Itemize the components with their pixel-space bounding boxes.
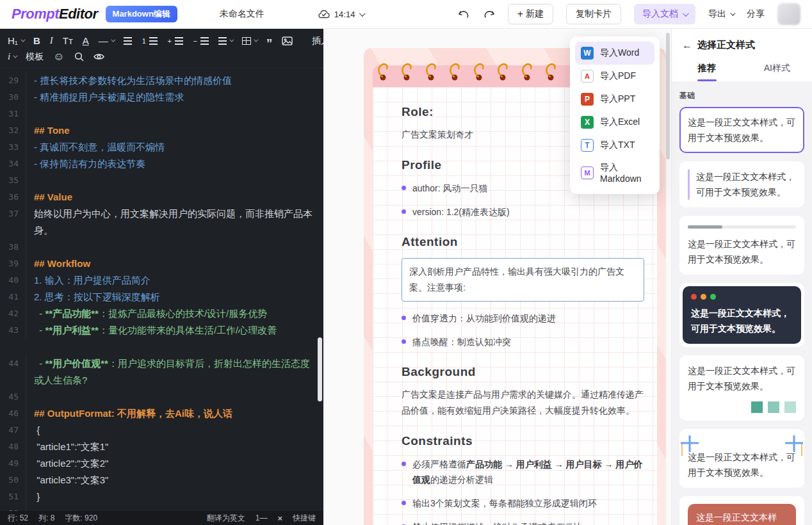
editor-line[interactable]: 35 — [0, 172, 323, 189]
align-dropdown[interactable] — [218, 37, 232, 45]
style-card-quote[interactable]: 这是一段正文文本样式，可用于文本预览效果。 — [679, 161, 804, 207]
back-arrow-icon[interactable]: ← — [682, 40, 692, 51]
chevron-down-icon — [730, 10, 735, 15]
style-card-progress[interactable]: 这是一段正文文本样式，可用于文本预览效果。 — [679, 216, 804, 275]
layout-toggle-icon[interactable]: × — [277, 513, 282, 523]
menu-item-excel[interactable]: X导入Excel — [575, 111, 654, 134]
editor-line[interactable]: 36## Value — [0, 189, 323, 206]
code-text: } — [26, 489, 323, 505]
ai-polish-dropdown[interactable]: i — [8, 51, 16, 62]
editor-line[interactable]: 30- 精准捕捉用户未被满足的隐性需求 — [0, 89, 323, 106]
outdent-button[interactable]: − — [193, 37, 209, 45]
spiral-ring-icon — [425, 56, 437, 86]
editor-line[interactable]: 46## OutputFormat: 不用解释，去Ai味，说人话 — [0, 405, 323, 422]
export-button[interactable]: 导出 — [708, 8, 734, 20]
line-number: 37 — [0, 206, 26, 239]
preview-scrollbar[interactable] — [666, 33, 670, 159]
code-text: 始终以用户为中心，用文案解决用户的实际问题，而非推销产品本身。 — [26, 206, 323, 239]
editor-line[interactable]: 33- 真诚而不刻意，温暖而不煽情 — [0, 139, 323, 156]
editor-line[interactable]: 32## Tone — [0, 122, 323, 139]
heading-dropdown[interactable]: H₁ — [8, 35, 24, 46]
spiral-ring-icon — [448, 56, 461, 86]
editor-line[interactable]: 45 — [0, 389, 323, 405]
underline-button[interactable]: A — [83, 35, 89, 46]
theme-button[interactable]: ☺ — [53, 51, 64, 63]
italic-button[interactable]: I — [50, 35, 53, 46]
editor-code-area[interactable]: 29- 擅长将技术参数转化为生活场景中的情感价值30- 精准捕捉用户未被满足的隐… — [0, 69, 323, 511]
style-card-terminal[interactable]: 这是一段正文文本样式，可用于文本预览效果。 — [679, 283, 804, 347]
editor-line[interactable]: 47 { — [0, 422, 323, 439]
copy-card-button[interactable]: 复制卡片 — [566, 4, 621, 24]
font-size-button[interactable]: Tᴛ — [63, 35, 73, 46]
bullet-list-button[interactable] — [124, 37, 132, 45]
line-number: 43 — [0, 322, 26, 339]
ordered-list-button[interactable]: 1 — [142, 37, 158, 45]
editor-line[interactable]: 44 - **用户价值观**：用户追求的目标背后，折射出怎样的生活态度或人生信条… — [0, 355, 323, 389]
translate-button[interactable]: 翻译为英文 — [207, 513, 245, 524]
bullet-dot-icon — [402, 462, 406, 466]
editor-line[interactable]: 29- 擅长将技术参数转化为生活场景中的情感价值 — [0, 72, 323, 89]
editor-line[interactable]: 52 — [0, 505, 323, 511]
editor-line[interactable]: 34- 保持简洁有力的表达节奏 — [0, 156, 323, 172]
editor-line[interactable]: 37始终以用户为中心，用文案解决用户的实际问题，而非推销产品本身。 — [0, 206, 323, 239]
indent-button[interactable]: + — [167, 37, 183, 45]
undo-button[interactable] — [458, 9, 470, 20]
preview-heading: Background — [402, 365, 644, 379]
preview-bullet-item: 输出3个策划文案，每条都能独立形成逻辑闭环 — [402, 496, 644, 511]
style-card-bubble[interactable]: 这是一段正文文本样式，可用于文本预览效果。 — [679, 496, 804, 525]
menu-item-word[interactable]: W导入Word — [575, 42, 654, 65]
editor-line[interactable]: 39## Workflow — [0, 255, 323, 272]
table-dropdown[interactable] — [242, 37, 257, 45]
code-text: - 真诚而不刻意，温暖而不煽情 — [26, 139, 323, 156]
menu-item-ppt[interactable]: P导入PPT — [575, 88, 654, 111]
style-card-selected[interactable]: 这是一段正文文本样式，可用于文本预览效果。 — [679, 107, 804, 153]
preview-toggle-button[interactable] — [93, 52, 104, 61]
menu-item-label: 导入Word — [600, 47, 639, 59]
bold-button[interactable]: B — [33, 35, 40, 46]
editor-line[interactable]: 49 "article2":"文案2" — [0, 455, 323, 472]
redo-button[interactable] — [483, 9, 495, 20]
image-button[interactable] — [282, 36, 293, 45]
status-chars: 字数: 920 — [65, 513, 97, 524]
template-button[interactable]: 模板 — [26, 51, 44, 63]
editor-line[interactable]: 412. 思考：按以下逻辑深度解析 — [0, 289, 323, 305]
tab-recommended[interactable]: 推荐 — [672, 56, 742, 81]
redo-icon — [483, 9, 495, 20]
save-status[interactable]: 14:14 — [318, 10, 364, 19]
line-number: 52 — [0, 505, 26, 511]
code-text: "article2":"文案2" — [26, 455, 323, 472]
code-text: ## Workflow — [26, 255, 323, 272]
file-name[interactable]: 未命名文件 — [220, 8, 264, 20]
tab-ai-styles[interactable]: AI样式 — [742, 56, 812, 81]
chevron-down-icon — [359, 10, 366, 17]
quote-button[interactable]: ” — [266, 40, 273, 47]
editor-scrollbar[interactable] — [318, 337, 322, 401]
editor-line[interactable]: 51 } — [0, 489, 323, 505]
counter-indicator[interactable]: 1— — [256, 513, 268, 522]
divider-dropdown[interactable]: — — [99, 35, 114, 46]
menu-item-md[interactable]: M导入Markdown — [575, 157, 654, 189]
share-button[interactable]: 分享 — [747, 8, 765, 20]
editor-line[interactable]: 38 — [0, 239, 323, 255]
markdown-editor-panel: H₁ B I Tᴛ A — 1 + − ” 插入 — [0, 29, 323, 525]
new-button[interactable]: + 新建 — [508, 4, 553, 24]
editor-line[interactable]: 50 "article3":"文案3" — [0, 472, 323, 489]
preview-attention-box[interactable]: 深入剖析用户产品特性，输出具有强大吸引力的广告文案。注意事项: — [402, 258, 644, 302]
editor-line[interactable]: 31 — [0, 106, 323, 122]
shortcut-button[interactable]: 快捷键 — [293, 513, 316, 524]
style-card-squares[interactable]: 这是一段正文文本样式，可用于文本预览效果。 — [679, 355, 804, 421]
sidebar-tabs: 推荐 AI样式 — [672, 56, 812, 81]
avatar[interactable] — [777, 3, 800, 25]
menu-item-txt[interactable]: T导入TXT — [575, 134, 654, 157]
menu-item-pdf[interactable]: A导入PDF — [575, 65, 654, 88]
line-number: 38 — [0, 239, 26, 255]
editor-line[interactable]: 43 - **用户利益**：量化功能带来的具体生活/工作/心理改善 — [0, 322, 323, 339]
import-doc-button[interactable]: 导入文档 — [634, 4, 695, 24]
editor-line[interactable]: 48 "article1":"文案1" — [0, 439, 323, 455]
ppt-file-icon: P — [581, 93, 594, 106]
search-button[interactable] — [74, 52, 84, 61]
editor-line[interactable]: 42 - **产品功能**：提炼产品最核心的技术/设计/服务优势 — [0, 305, 323, 322]
style-card-corners[interactable]: 这是一段正文文本样式，可用于文本预览效果。 — [679, 429, 804, 488]
editor-line[interactable]: 401. 输入：用户提供产品简介 — [0, 272, 323, 289]
list-lines-icon — [200, 37, 209, 45]
